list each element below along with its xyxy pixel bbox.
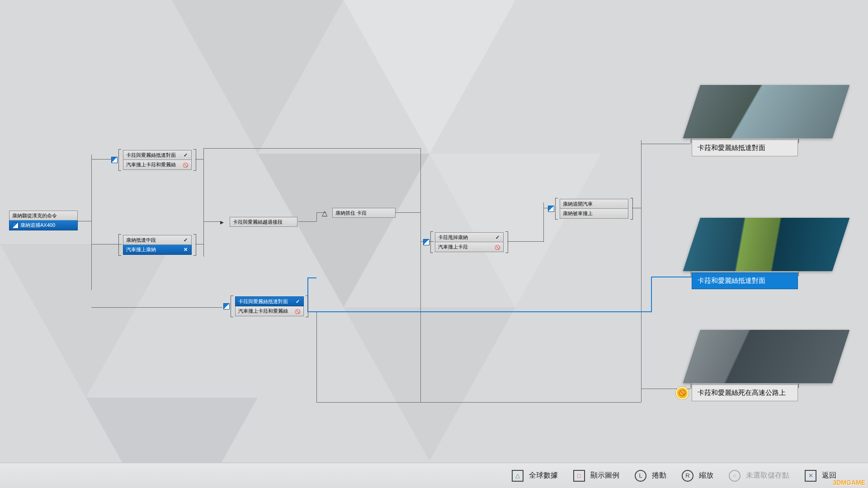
ending-card-1[interactable]: 卡菈和愛麗絲抵達對面 bbox=[692, 85, 841, 156]
check-icon bbox=[294, 299, 301, 305]
node-item[interactable]: 卡菈甩掉康納 bbox=[435, 232, 504, 242]
ending-text: 卡菈和愛麗絲死在高速公路上 bbox=[698, 389, 786, 396]
node-item[interactable]: 汽車撞上卡菈和愛麗絲 bbox=[235, 306, 304, 316]
watermark: 3DMGAME bbox=[833, 479, 865, 486]
ending-text: 卡菈和愛麗絲抵達對面 bbox=[698, 144, 765, 151]
ending-card-2-selected[interactable]: 卡菈和愛麗絲抵達對面 bbox=[692, 218, 841, 289]
button-label: 未選取儲存點 bbox=[746, 471, 789, 480]
node-label: 卡菈與愛麗絲抵達對面 bbox=[126, 152, 180, 159]
node-label: 康納被車撞上 bbox=[563, 210, 625, 217]
node-item[interactable]: 康納被車撞上 bbox=[560, 209, 628, 219]
node-label: 康納追開汽車 bbox=[563, 201, 625, 207]
check-icon bbox=[182, 152, 189, 158]
node-label: 康納追捕AX400 bbox=[20, 222, 75, 229]
button-label: 全球數據 bbox=[529, 471, 558, 480]
node-label: 卡菈與愛麗絲越過後段 bbox=[233, 219, 294, 225]
node-item[interactable]: 卡菈與愛麗絲抵達對面 bbox=[123, 150, 192, 160]
button-label: 捲動 bbox=[652, 471, 666, 480]
node-label: 卡菈與愛麗絲抵達對面 bbox=[238, 298, 292, 305]
square-icon: □ bbox=[573, 470, 585, 482]
lock-icon bbox=[677, 388, 688, 399]
node-item[interactable]: 康納抵達中段 bbox=[123, 235, 192, 245]
node-label: 汽車撞上卡菈和愛麗絲 bbox=[126, 161, 180, 168]
ending-thumbnail bbox=[683, 330, 849, 383]
ending-label-selected: 卡菈和愛麗絲抵達對面 bbox=[692, 272, 798, 289]
node-item[interactable]: 康納抓住 卡菈 bbox=[332, 208, 396, 218]
ending-text: 卡菈和愛麗絲抵達對面 bbox=[698, 277, 765, 284]
choice-icon bbox=[12, 222, 19, 229]
global-stats-button[interactable]: △ 全球數據 bbox=[512, 470, 558, 482]
cross-icon: ✕ bbox=[805, 470, 816, 482]
node-group-2[interactable]: 康納抵達中段 汽車撞上康納 bbox=[123, 235, 192, 255]
node-group-1[interactable]: 卡菈與愛麗絲抵達對面 汽車撞上卡菈和愛麗絲 bbox=[123, 150, 192, 170]
node-label: 汽車撞上卡菈和愛麗絲 bbox=[238, 308, 292, 314]
node-label: 康納抓住 卡菈 bbox=[335, 210, 392, 216]
button-label: 縮放 bbox=[699, 471, 713, 480]
ending-thumbnail bbox=[683, 85, 849, 138]
node-mid[interactable]: ▸ 卡菈與愛麗絲越過後段 bbox=[230, 217, 297, 227]
node-label: 汽車撞上卡菈 bbox=[438, 244, 492, 250]
no-checkpoint-button: ○ 未選取儲存點 bbox=[729, 470, 789, 482]
node-item[interactable]: 康納追開汽車 bbox=[560, 199, 628, 209]
lock-icon bbox=[182, 162, 189, 168]
node-item-selected[interactable]: 卡菈與愛麗絲抵達對面 bbox=[235, 296, 304, 306]
ending-label: 卡菈和愛麗絲死在高速公路上 bbox=[692, 385, 798, 401]
node-item[interactable]: 汽車撞上卡菈和愛麗絲 bbox=[123, 160, 192, 170]
legend-button[interactable]: □ 顯示圖例 bbox=[573, 470, 619, 482]
node-item-selected[interactable]: 汽車撞上康納 bbox=[123, 245, 192, 255]
node-label: 康納抵達中段 bbox=[126, 237, 180, 244]
ending-label: 卡菈和愛麗絲抵達對面 bbox=[692, 140, 798, 156]
check-icon bbox=[494, 235, 500, 240]
node-group-3[interactable]: 卡菈與愛麗絲抵達對面 汽車撞上卡菈和愛麗絲 bbox=[235, 296, 304, 316]
node-item[interactable]: 卡菈與愛麗絲越過後段 bbox=[230, 217, 297, 227]
l-stick-icon: L bbox=[635, 470, 646, 482]
node-item[interactable]: 汽車撞上卡菈 bbox=[435, 242, 504, 252]
node-label: 汽車撞上康納 bbox=[126, 246, 180, 253]
node-label: 卡菈甩掉康納 bbox=[438, 234, 492, 241]
check-icon bbox=[182, 237, 189, 243]
node-item-selected[interactable]: 康納追捕AX400 bbox=[9, 221, 78, 230]
arrow-icon: ▸ bbox=[218, 218, 226, 226]
x-icon bbox=[182, 247, 189, 253]
back-button[interactable]: ✕ 返回 bbox=[805, 470, 836, 482]
scroll-button[interactable]: L 捲動 bbox=[635, 470, 666, 482]
node-root[interactable]: 康納聽從漢克的命令 康納追捕AX400 bbox=[9, 211, 78, 230]
ending-card-3[interactable]: 卡菈和愛麗絲死在高速公路上 bbox=[692, 330, 841, 401]
triangle-icon: △ bbox=[512, 470, 524, 482]
node-group-4[interactable]: 卡菈甩掉康納 汽車撞上卡菈 bbox=[435, 232, 504, 252]
circle-icon: ○ bbox=[729, 470, 741, 482]
footer-bar: △ 全球數據 □ 顯示圖例 L 捲動 R 縮放 ○ 未選取儲存點 ✕ 返回 bbox=[0, 463, 868, 488]
lock-icon bbox=[494, 244, 500, 250]
zoom-button[interactable]: R 縮放 bbox=[682, 470, 713, 482]
node-item[interactable]: 康納聽從漢克的命令 bbox=[9, 211, 78, 221]
warning-icon: △ bbox=[321, 209, 329, 217]
ending-thumbnail bbox=[683, 218, 849, 271]
flowchart-canvas[interactable]: 康納聽從漢克的命令 康納追捕AX400 卡菈與愛麗絲抵達對面 汽車撞上卡菈和愛麗… bbox=[0, 0, 868, 488]
node-catch[interactable]: △ 康納抓住 卡菈 bbox=[332, 208, 396, 218]
button-label: 顯示圖例 bbox=[590, 471, 619, 480]
node-label: 康納聽從漢克的命令 bbox=[12, 212, 75, 219]
lock-icon bbox=[294, 309, 301, 314]
node-group-5[interactable]: 康納追開汽車 康納被車撞上 bbox=[560, 199, 628, 219]
r-stick-icon: R bbox=[682, 470, 693, 482]
